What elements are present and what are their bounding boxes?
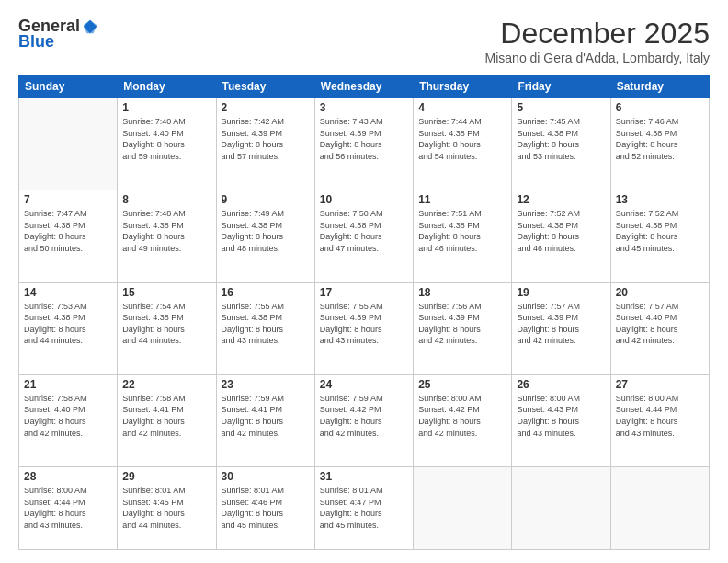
day-info: Sunrise: 7:46 AMSunset: 4:38 PMDaylight:… bbox=[616, 116, 704, 162]
day-number: 25 bbox=[418, 378, 506, 391]
day-info: Sunrise: 7:54 AMSunset: 4:38 PMDaylight:… bbox=[122, 301, 210, 347]
day-number: 4 bbox=[418, 101, 506, 114]
day-info: Sunrise: 7:57 AMSunset: 4:39 PMDaylight:… bbox=[517, 301, 605, 347]
weekday-header-sunday: Sunday bbox=[19, 75, 118, 98]
logo: General Blue bbox=[18, 17, 98, 52]
svg-marker-1 bbox=[84, 19, 97, 32]
day-number: 30 bbox=[222, 470, 310, 483]
day-info: Sunrise: 8:00 AMSunset: 4:42 PMDaylight:… bbox=[418, 393, 506, 439]
day-number: 9 bbox=[222, 193, 310, 206]
day-info: Sunrise: 8:01 AMSunset: 4:46 PMDaylight:… bbox=[222, 485, 310, 531]
day-info: Sunrise: 7:53 AMSunset: 4:38 PMDaylight:… bbox=[24, 301, 112, 347]
day-info: Sunrise: 7:57 AMSunset: 4:40 PMDaylight:… bbox=[616, 301, 704, 347]
calendar-cell: 4Sunrise: 7:44 AMSunset: 4:38 PMDaylight… bbox=[414, 98, 512, 190]
day-info: Sunrise: 7:50 AMSunset: 4:38 PMDaylight:… bbox=[320, 208, 408, 254]
day-number: 15 bbox=[122, 286, 210, 299]
calendar-page: General Blue December 2025 Misano di Ger… bbox=[0, 0, 728, 563]
day-number: 29 bbox=[122, 470, 210, 483]
calendar-table: SundayMondayTuesdayWednesdayThursdayFrid… bbox=[18, 75, 710, 550]
day-info: Sunrise: 8:00 AMSunset: 4:44 PMDaylight:… bbox=[24, 485, 112, 531]
weekday-header-monday: Monday bbox=[118, 75, 216, 98]
weekday-header-tuesday: Tuesday bbox=[216, 75, 314, 98]
day-info: Sunrise: 7:58 AMSunset: 4:41 PMDaylight:… bbox=[122, 393, 210, 439]
weekday-header-saturday: Saturday bbox=[610, 75, 709, 98]
calendar-cell: 25Sunrise: 8:00 AMSunset: 4:42 PMDayligh… bbox=[414, 374, 512, 466]
day-info: Sunrise: 7:47 AMSunset: 4:38 PMDaylight:… bbox=[24, 208, 112, 254]
day-number: 2 bbox=[222, 101, 310, 114]
day-number: 11 bbox=[418, 193, 506, 206]
day-number: 28 bbox=[24, 470, 112, 483]
day-info: Sunrise: 8:01 AMSunset: 4:45 PMDaylight:… bbox=[122, 485, 210, 531]
day-number: 24 bbox=[320, 378, 408, 391]
day-number: 21 bbox=[24, 378, 112, 391]
calendar-cell bbox=[414, 467, 512, 550]
day-info: Sunrise: 7:52 AMSunset: 4:38 PMDaylight:… bbox=[616, 208, 704, 254]
week-row-5: 28Sunrise: 8:00 AMSunset: 4:44 PMDayligh… bbox=[19, 467, 710, 550]
day-info: Sunrise: 7:45 AMSunset: 4:38 PMDaylight:… bbox=[517, 116, 605, 162]
day-info: Sunrise: 7:40 AMSunset: 4:40 PMDaylight:… bbox=[122, 116, 210, 162]
day-number: 22 bbox=[122, 378, 210, 391]
calendar-cell: 27Sunrise: 8:00 AMSunset: 4:44 PMDayligh… bbox=[610, 374, 709, 466]
calendar-cell: 1Sunrise: 7:40 AMSunset: 4:40 PMDaylight… bbox=[118, 98, 216, 190]
calendar-cell: 11Sunrise: 7:51 AMSunset: 4:38 PMDayligh… bbox=[414, 190, 512, 282]
logo-blue: Blue bbox=[18, 32, 54, 52]
day-info: Sunrise: 7:58 AMSunset: 4:40 PMDaylight:… bbox=[24, 393, 112, 439]
day-info: Sunrise: 8:00 AMSunset: 4:44 PMDaylight:… bbox=[616, 393, 704, 439]
title-block: December 2025 Misano di Gera d'Adda, Lom… bbox=[485, 17, 710, 65]
week-row-3: 14Sunrise: 7:53 AMSunset: 4:38 PMDayligh… bbox=[19, 282, 710, 374]
calendar-cell: 17Sunrise: 7:55 AMSunset: 4:39 PMDayligh… bbox=[314, 282, 413, 374]
logo-icon bbox=[82, 18, 98, 35]
day-number: 23 bbox=[222, 378, 310, 391]
day-number: 20 bbox=[616, 286, 704, 299]
calendar-cell: 6Sunrise: 7:46 AMSunset: 4:38 PMDaylight… bbox=[610, 98, 709, 190]
day-info: Sunrise: 8:01 AMSunset: 4:47 PMDaylight:… bbox=[320, 485, 408, 531]
day-info: Sunrise: 7:55 AMSunset: 4:39 PMDaylight:… bbox=[320, 301, 408, 347]
calendar-cell: 28Sunrise: 8:00 AMSunset: 4:44 PMDayligh… bbox=[19, 467, 118, 550]
day-number: 5 bbox=[517, 101, 605, 114]
calendar-cell: 22Sunrise: 7:58 AMSunset: 4:41 PMDayligh… bbox=[118, 374, 216, 466]
calendar-cell: 15Sunrise: 7:54 AMSunset: 4:38 PMDayligh… bbox=[118, 282, 216, 374]
calendar-cell: 23Sunrise: 7:59 AMSunset: 4:41 PMDayligh… bbox=[216, 374, 314, 466]
calendar-cell: 13Sunrise: 7:52 AMSunset: 4:38 PMDayligh… bbox=[610, 190, 709, 282]
day-number: 17 bbox=[320, 286, 408, 299]
day-info: Sunrise: 7:51 AMSunset: 4:38 PMDaylight:… bbox=[418, 208, 506, 254]
calendar-cell: 8Sunrise: 7:48 AMSunset: 4:38 PMDaylight… bbox=[118, 190, 216, 282]
calendar-cell bbox=[19, 98, 118, 190]
calendar-cell: 3Sunrise: 7:43 AMSunset: 4:39 PMDaylight… bbox=[314, 98, 413, 190]
weekday-header-wednesday: Wednesday bbox=[314, 75, 413, 98]
day-info: Sunrise: 7:44 AMSunset: 4:38 PMDaylight:… bbox=[418, 116, 506, 162]
calendar-cell: 10Sunrise: 7:50 AMSunset: 4:38 PMDayligh… bbox=[314, 190, 413, 282]
weekday-header-thursday: Thursday bbox=[414, 75, 512, 98]
day-number: 26 bbox=[517, 378, 605, 391]
calendar-cell: 16Sunrise: 7:55 AMSunset: 4:38 PMDayligh… bbox=[216, 282, 314, 374]
calendar-cell: 9Sunrise: 7:49 AMSunset: 4:38 PMDaylight… bbox=[216, 190, 314, 282]
day-info: Sunrise: 7:59 AMSunset: 4:41 PMDaylight:… bbox=[222, 393, 310, 439]
week-row-4: 21Sunrise: 7:58 AMSunset: 4:40 PMDayligh… bbox=[19, 374, 710, 466]
weekday-header-row: SundayMondayTuesdayWednesdayThursdayFrid… bbox=[19, 75, 710, 98]
day-number: 13 bbox=[616, 193, 704, 206]
calendar-cell: 12Sunrise: 7:52 AMSunset: 4:38 PMDayligh… bbox=[512, 190, 610, 282]
day-number: 18 bbox=[418, 286, 506, 299]
day-info: Sunrise: 7:59 AMSunset: 4:42 PMDaylight:… bbox=[320, 393, 408, 439]
day-number: 3 bbox=[320, 101, 408, 114]
header: General Blue December 2025 Misano di Ger… bbox=[18, 17, 710, 65]
calendar-cell bbox=[512, 467, 610, 550]
calendar-cell: 18Sunrise: 7:56 AMSunset: 4:39 PMDayligh… bbox=[414, 282, 512, 374]
day-number: 10 bbox=[320, 193, 408, 206]
day-number: 27 bbox=[616, 378, 704, 391]
calendar-cell: 24Sunrise: 7:59 AMSunset: 4:42 PMDayligh… bbox=[314, 374, 413, 466]
day-number: 16 bbox=[222, 286, 310, 299]
day-number: 31 bbox=[320, 470, 408, 483]
calendar-cell: 20Sunrise: 7:57 AMSunset: 4:40 PMDayligh… bbox=[610, 282, 709, 374]
calendar-cell: 30Sunrise: 8:01 AMSunset: 4:46 PMDayligh… bbox=[216, 467, 314, 550]
calendar-cell: 19Sunrise: 7:57 AMSunset: 4:39 PMDayligh… bbox=[512, 282, 610, 374]
day-number: 1 bbox=[122, 101, 210, 114]
calendar-cell: 21Sunrise: 7:58 AMSunset: 4:40 PMDayligh… bbox=[19, 374, 118, 466]
calendar-cell: 2Sunrise: 7:42 AMSunset: 4:39 PMDaylight… bbox=[216, 98, 314, 190]
day-number: 12 bbox=[517, 193, 605, 206]
day-info: Sunrise: 7:55 AMSunset: 4:38 PMDaylight:… bbox=[222, 301, 310, 347]
day-number: 6 bbox=[616, 101, 704, 114]
day-number: 8 bbox=[122, 193, 210, 206]
day-number: 7 bbox=[24, 193, 112, 206]
month-title: December 2025 bbox=[485, 17, 710, 51]
